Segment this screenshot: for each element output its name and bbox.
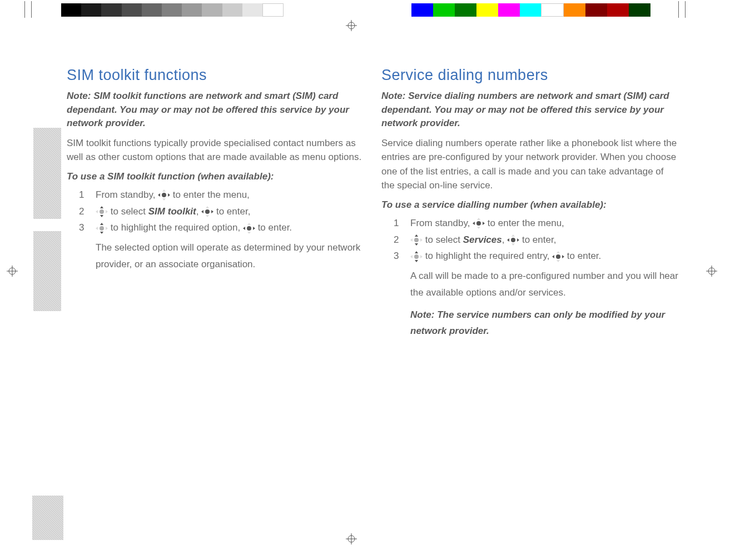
steps-list: 1 From standby, to enter the menu, 2 to … [381,215,678,339]
svg-point-13 [100,209,104,214]
svg-point-21 [556,254,560,259]
heading-service-dialing: Service dialing numbers [381,67,678,84]
step-text: to select [111,206,148,217]
step-result: The selected option will operate as dete… [96,239,364,273]
step-text: to enter, [216,206,250,217]
step-text: , [502,234,507,245]
steps-list: 1 From standby, to enter the menu, 2 to … [67,187,364,273]
nav-vertical-icon [410,251,423,262]
nav-vertical-icon [410,234,423,246]
nav-horizontal-icon [201,206,213,217]
nav-horizontal-icon [552,251,564,262]
step-text: From standby, [410,218,473,228]
column-left: SIM toolkit functions Note: SIM toolkit … [67,67,364,339]
step-number: 3 [394,248,406,264]
step-text: to enter, [522,234,556,245]
step-text: to enter the menu, [488,218,564,228]
step-number: 2 [394,232,406,248]
texture-block [33,231,61,311]
color-bar [411,3,650,17]
step-text: to highlight the required entry, [425,251,552,261]
step-text: to enter. [258,222,292,233]
step-1: 1 From standby, to enter the menu, [394,215,678,232]
note-text: Note: SIM toolkit functions are network … [67,89,364,131]
svg-point-17 [476,221,481,226]
crop-mark [678,1,679,18]
body-text: Service dialing numbers operate rather l… [381,136,678,193]
svg-point-20 [414,254,419,259]
crop-mark [31,1,32,18]
nav-horizontal-icon [158,189,170,201]
subheading: To use a service dialling number (when a… [381,199,678,211]
calibration-bars [0,0,745,22]
nav-horizontal-icon [243,223,255,234]
step-number: 3 [79,219,91,236]
svg-point-19 [511,238,515,242]
registration-mark-icon [346,533,357,544]
step-text: to enter the menu, [173,189,250,200]
svg-point-12 [162,193,166,197]
heading-sim-toolkit: SIM toolkit functions [67,67,364,84]
nav-horizontal-icon [473,218,485,229]
step-text: From standby, [96,189,158,200]
nav-vertical-icon [96,206,108,217]
step-2: 2 to select Services, to enter, [394,232,678,248]
nav-horizontal-icon [507,234,519,246]
svg-point-18 [414,238,419,242]
step-result: A call will be made to a pre-configured … [410,268,678,301]
step-number: 2 [79,203,91,220]
texture-block [32,496,63,540]
crop-mark [24,1,25,18]
step-text: to highlight the required option, [111,222,243,233]
menu-item-name: SIM toolkit [148,206,196,217]
svg-point-16 [247,226,251,231]
step-text: , [196,206,201,217]
step-3: 3 to highlight the required entry, to en… [394,248,678,339]
texture-block [33,128,61,219]
step-text: to enter. [567,251,601,261]
crop-mark [685,1,686,18]
column-right: Service dialing numbers Note: Service di… [381,67,678,339]
registration-mark-icon [706,266,717,277]
step-number: 1 [394,215,406,232]
grayscale-bar [61,3,284,17]
nav-vertical-icon [96,223,108,234]
body-text: SIM toolkit functions typically provide … [67,136,364,164]
svg-point-15 [100,226,104,231]
registration-mark-icon [7,266,18,277]
menu-item-name: Services [463,234,502,245]
subheading: To use a SIM toolkit function (when avai… [67,171,364,182]
step-3: 3 to highlight the required option, to e… [79,219,364,272]
step-text: to select [425,234,463,245]
note-text: Note: Service dialing numbers are networ… [381,89,678,131]
step-1: 1 From standby, to enter the menu, [79,187,364,203]
step-number: 1 [79,187,91,203]
svg-point-14 [205,209,210,214]
registration-mark-icon [346,20,357,31]
step-note: Note: The service numbers can only be mo… [410,307,678,340]
step-2: 2 to select SIM toolkit, to enter, [79,203,364,220]
page-content: SIM toolkit functions Note: SIM toolkit … [67,67,678,522]
